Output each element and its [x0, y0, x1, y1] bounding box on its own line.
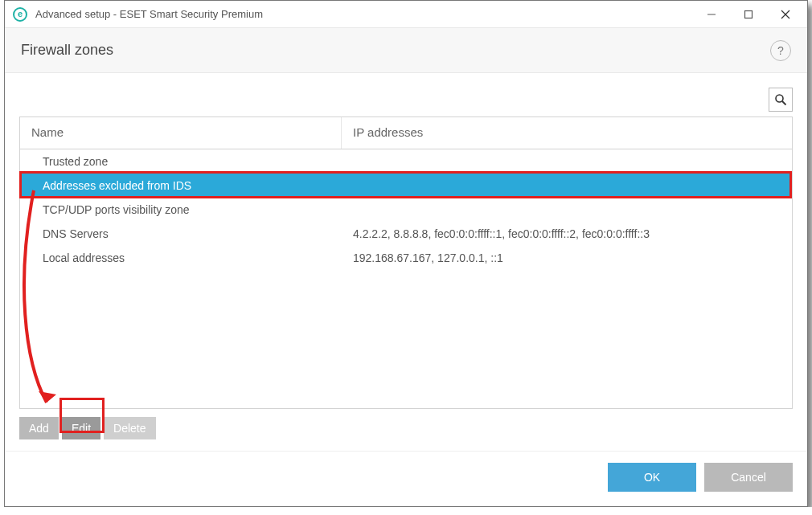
col-name[interactable]: Name — [20, 117, 342, 149]
ok-button[interactable]: OK — [608, 463, 696, 492]
search-icon — [774, 93, 787, 106]
table-body: Trusted zoneAddresses excluded from IDST… — [20, 149, 792, 408]
window: Advanced setup - ESET Smart Security Pre… — [4, 0, 808, 507]
search-button[interactable] — [769, 88, 793, 112]
minimize-button[interactable] — [693, 2, 730, 27]
table-row[interactable]: Trusted zone — [20, 149, 792, 174]
cell-name: TCP/UDP ports visibility zone — [20, 203, 342, 216]
svg-line-5 — [782, 101, 786, 105]
svg-point-4 — [776, 95, 783, 102]
add-button[interactable]: Add — [19, 417, 59, 439]
col-ip[interactable]: IP addresses — [342, 117, 792, 149]
cell-ip: 4.2.2.2, 8.8.8.8, fec0:0:0:ffff::1, fec0… — [342, 227, 792, 240]
edit-button[interactable]: Edit — [62, 417, 100, 439]
table-row[interactable]: Addresses excluded from IDS — [20, 174, 792, 198]
cell-name: Local addresses — [20, 251, 342, 264]
cell-name: Trusted zone — [20, 155, 342, 168]
footer: OK Cancel — [5, 451, 807, 506]
table-actions: Add Edit Delete — [19, 417, 793, 439]
cell-name: DNS Servers — [20, 227, 342, 240]
subheader: Firewall zones ? — [5, 28, 807, 73]
content-area: Name IP addresses Trusted zoneAddresses … — [5, 73, 807, 451]
page-title: Firewall zones — [21, 42, 113, 59]
window-controls — [693, 2, 804, 27]
app-icon — [13, 7, 27, 22]
table-row[interactable]: Local addresses192.168.67.167, 127.0.0.1… — [20, 246, 792, 270]
close-button[interactable] — [767, 2, 804, 27]
table-row[interactable]: TCP/UDP ports visibility zone — [20, 198, 792, 222]
cancel-button[interactable]: Cancel — [704, 463, 793, 492]
maximize-button[interactable] — [730, 2, 767, 27]
window-title: Advanced setup - ESET Smart Security Pre… — [35, 8, 263, 20]
delete-button: Delete — [104, 417, 155, 439]
zones-table: Name IP addresses Trusted zoneAddresses … — [19, 116, 793, 409]
cell-ip: 192.168.67.167, 127.0.0.1, ::1 — [342, 251, 792, 264]
titlebar: Advanced setup - ESET Smart Security Pre… — [5, 1, 807, 28]
svg-rect-1 — [745, 10, 753, 18]
help-button[interactable]: ? — [770, 40, 791, 61]
table-row[interactable]: DNS Servers4.2.2.2, 8.8.8.8, fec0:0:0:ff… — [20, 222, 792, 246]
table-header: Name IP addresses — [20, 117, 792, 149]
cell-name: Addresses excluded from IDS — [20, 179, 342, 192]
help-icon: ? — [777, 44, 784, 57]
